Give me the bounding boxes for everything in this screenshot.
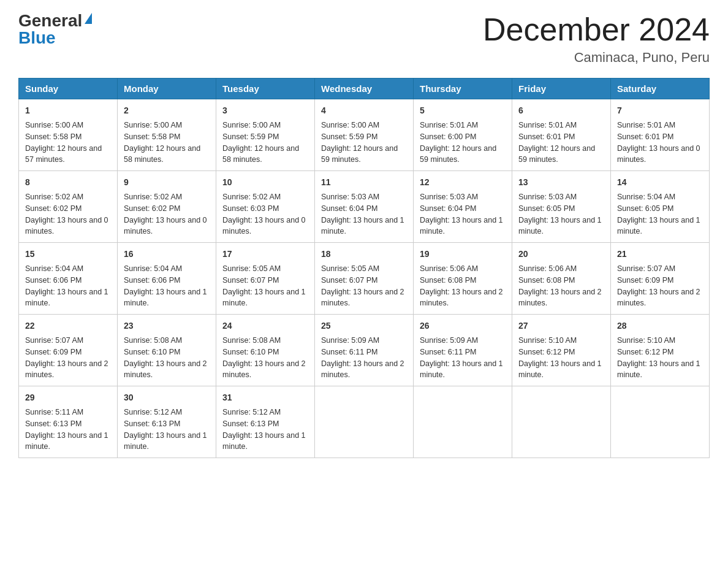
sunrise-text: Sunrise: 5:07 AM [25, 336, 83, 345]
day-header-monday: Monday [118, 79, 216, 99]
daylight-text: Daylight: 13 hours and 1 minute. [124, 288, 207, 308]
calendar-cell: 11Sunrise: 5:03 AMSunset: 6:04 PMDayligh… [315, 171, 414, 243]
calendar-cell: 3Sunrise: 5:00 AMSunset: 5:59 PMDaylight… [216, 99, 315, 171]
calendar-cell: 18Sunrise: 5:05 AMSunset: 6:07 PMDayligh… [315, 243, 414, 315]
calendar-cell: 13Sunrise: 5:03 AMSunset: 6:05 PMDayligh… [512, 171, 611, 243]
daylight-text: Daylight: 13 hours and 1 minute. [25, 288, 108, 308]
daylight-text: Daylight: 13 hours and 2 minutes. [321, 359, 404, 380]
logo-blue-text: Blue [18, 29, 56, 47]
daylight-text: Daylight: 13 hours and 1 minute. [518, 216, 602, 236]
sunset-text: Sunset: 6:04 PM [321, 204, 377, 213]
day-header-friday: Friday [512, 79, 611, 99]
sunrise-text: Sunrise: 5:05 AM [321, 264, 379, 273]
sunset-text: Sunset: 6:01 PM [518, 132, 575, 141]
sunrise-text: Sunrise: 5:10 AM [617, 336, 675, 345]
day-header-wednesday: Wednesday [315, 79, 414, 99]
logo: General Blue [18, 12, 92, 47]
calendar-week-2: 8Sunrise: 5:02 AMSunset: 6:02 PMDaylight… [19, 171, 710, 243]
sunrise-text: Sunrise: 5:07 AM [617, 264, 675, 273]
page-header: General Blue December 2024 Caminaca, Pun… [18, 12, 710, 66]
day-number: 15 [25, 248, 111, 261]
daylight-text: Daylight: 13 hours and 1 minute. [25, 431, 108, 451]
daylight-text: Daylight: 13 hours and 1 minute. [518, 359, 602, 380]
sunrise-text: Sunrise: 5:12 AM [222, 408, 281, 416]
calendar-header-row: SundayMondayTuesdayWednesdayThursdayFrid… [19, 79, 710, 99]
sunset-text: Sunset: 6:02 PM [25, 204, 82, 213]
sunrise-text: Sunrise: 5:04 AM [25, 264, 83, 273]
sunset-text: Sunset: 6:08 PM [518, 276, 575, 285]
calendar-cell: 7Sunrise: 5:01 AMSunset: 6:01 PMDaylight… [611, 99, 710, 171]
sunrise-text: Sunrise: 5:02 AM [25, 193, 83, 201]
day-number: 30 [124, 391, 210, 404]
sunrise-text: Sunrise: 5:03 AM [420, 193, 478, 201]
calendar-cell: 29Sunrise: 5:11 AMSunset: 6:13 PMDayligh… [19, 386, 118, 458]
calendar-week-5: 29Sunrise: 5:11 AMSunset: 6:13 PMDayligh… [19, 386, 710, 458]
calendar-table: SundayMondayTuesdayWednesdayThursdayFrid… [18, 78, 710, 458]
sunset-text: Sunset: 6:02 PM [124, 204, 180, 213]
day-number: 2 [124, 104, 210, 117]
day-number: 26 [420, 320, 506, 332]
daylight-text: Daylight: 12 hours and 59 minutes. [518, 144, 595, 164]
sunset-text: Sunset: 5:58 PM [124, 132, 180, 141]
calendar-cell [611, 386, 710, 458]
sunset-text: Sunset: 6:13 PM [124, 419, 180, 428]
daylight-text: Daylight: 13 hours and 0 minutes. [222, 216, 306, 236]
logo-triangle-icon [85, 13, 92, 24]
calendar-cell: 14Sunrise: 5:04 AMSunset: 6:05 PMDayligh… [611, 171, 710, 243]
sunrise-text: Sunrise: 5:05 AM [222, 264, 281, 273]
sunset-text: Sunset: 6:13 PM [25, 419, 82, 428]
day-number: 18 [321, 248, 407, 261]
day-number: 23 [124, 320, 210, 332]
sunrise-text: Sunrise: 5:02 AM [222, 193, 281, 201]
sunrise-text: Sunrise: 5:01 AM [518, 121, 577, 129]
calendar-cell [414, 386, 512, 458]
calendar-cell [315, 386, 414, 458]
calendar-week-1: 1Sunrise: 5:00 AMSunset: 5:58 PMDaylight… [19, 99, 710, 171]
daylight-text: Daylight: 13 hours and 2 minutes. [124, 359, 207, 380]
daylight-text: Daylight: 13 hours and 1 minute. [124, 431, 207, 451]
calendar-cell: 27Sunrise: 5:10 AMSunset: 6:12 PMDayligh… [512, 315, 611, 386]
daylight-text: Daylight: 13 hours and 0 minutes. [25, 216, 108, 236]
calendar-cell: 10Sunrise: 5:02 AMSunset: 6:03 PMDayligh… [216, 171, 315, 243]
daylight-text: Daylight: 12 hours and 57 minutes. [25, 144, 102, 164]
calendar-cell: 19Sunrise: 5:06 AMSunset: 6:08 PMDayligh… [414, 243, 512, 315]
sunset-text: Sunset: 6:11 PM [420, 348, 476, 356]
daylight-text: Daylight: 13 hours and 2 minutes. [617, 288, 700, 308]
sunset-text: Sunset: 6:12 PM [518, 348, 575, 356]
day-number: 22 [25, 320, 111, 332]
daylight-text: Daylight: 13 hours and 2 minutes. [420, 288, 503, 308]
sunrise-text: Sunrise: 5:04 AM [617, 193, 675, 201]
day-number: 1 [25, 104, 111, 117]
sunset-text: Sunset: 6:13 PM [222, 419, 279, 428]
calendar-week-3: 15Sunrise: 5:04 AMSunset: 6:06 PMDayligh… [19, 243, 710, 315]
sunrise-text: Sunrise: 5:09 AM [321, 336, 379, 345]
day-number: 3 [222, 104, 308, 117]
month-title: December 2024 [483, 12, 710, 47]
day-number: 7 [617, 104, 703, 117]
calendar-week-4: 22Sunrise: 5:07 AMSunset: 6:09 PMDayligh… [19, 315, 710, 386]
sunset-text: Sunset: 6:09 PM [617, 276, 673, 285]
sunset-text: Sunset: 5:59 PM [321, 132, 377, 141]
calendar-cell: 9Sunrise: 5:02 AMSunset: 6:02 PMDaylight… [118, 171, 216, 243]
calendar-cell: 2Sunrise: 5:00 AMSunset: 5:58 PMDaylight… [118, 99, 216, 171]
calendar-cell: 4Sunrise: 5:00 AMSunset: 5:59 PMDaylight… [315, 99, 414, 171]
calendar-cell: 28Sunrise: 5:10 AMSunset: 6:12 PMDayligh… [611, 315, 710, 386]
sunrise-text: Sunrise: 5:08 AM [222, 336, 281, 345]
sunset-text: Sunset: 6:09 PM [25, 348, 82, 356]
day-number: 20 [518, 248, 604, 261]
day-number: 4 [321, 104, 407, 117]
calendar-cell: 30Sunrise: 5:12 AMSunset: 6:13 PMDayligh… [118, 386, 216, 458]
daylight-text: Daylight: 13 hours and 1 minute. [420, 216, 503, 236]
sunrise-text: Sunrise: 5:09 AM [420, 336, 478, 345]
sunrise-text: Sunrise: 5:00 AM [222, 121, 281, 129]
sunset-text: Sunset: 6:10 PM [124, 348, 180, 356]
daylight-text: Daylight: 13 hours and 2 minutes. [25, 359, 108, 380]
day-number: 28 [617, 320, 703, 332]
sunrise-text: Sunrise: 5:03 AM [321, 193, 379, 201]
day-number: 31 [222, 391, 308, 404]
sunrise-text: Sunrise: 5:02 AM [124, 193, 182, 201]
calendar-cell: 6Sunrise: 5:01 AMSunset: 6:01 PMDaylight… [512, 99, 611, 171]
sunset-text: Sunset: 6:00 PM [420, 132, 476, 141]
day-number: 9 [124, 176, 210, 189]
calendar-cell [512, 386, 611, 458]
